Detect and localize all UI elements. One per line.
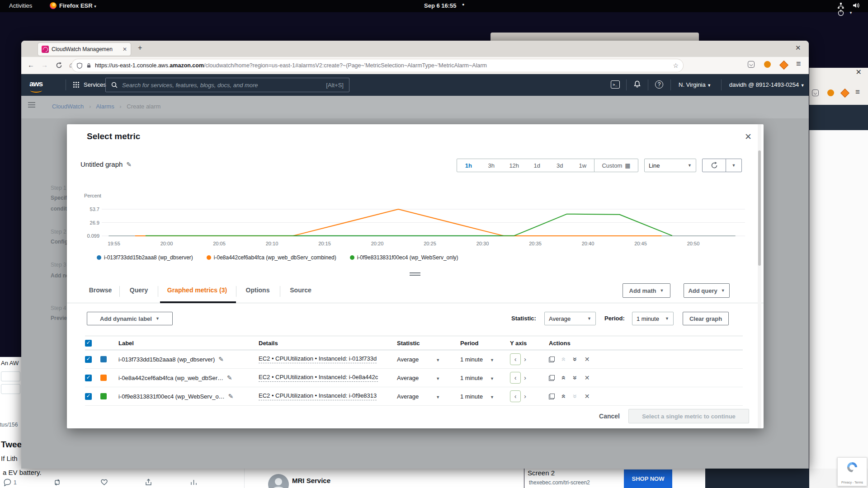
breadcrumb-alarms[interactable]: Alarms [96,103,114,110]
move-down-icon[interactable]: » [571,357,579,361]
metamask-icon[interactable] [840,89,849,98]
range-1w[interactable]: 1w [571,162,594,169]
period-select[interactable]: 1 minute▼ [632,312,674,325]
metamask-icon[interactable] [779,61,788,70]
reload-button[interactable] [56,62,62,69]
range-1h[interactable]: 1h [457,162,480,169]
duplicate-icon[interactable] [549,394,555,399]
clock[interactable]: Sep 6 16:55 [424,2,457,9]
edit-label-icon[interactable]: ✎ [218,356,224,363]
range-1d[interactable]: 1d [526,162,549,169]
edit-label-icon[interactable]: ✎ [227,374,232,381]
metric-details[interactable]: EC2 • CPUUtilization • InstanceId: i-0e8… [259,374,378,382]
chart-type-select[interactable]: Line▼ [644,159,696,172]
yaxis-left-button[interactable]: ‹ [510,372,521,384]
region-selector[interactable]: N. Virginia ▼ [679,81,711,88]
row-statistic-select[interactable]: Average▼ [397,393,460,400]
move-down-icon[interactable]: » [571,394,579,399]
app-menu[interactable]: Firefox ESR ▾ [50,2,96,9]
sidebar-toggle-icon[interactable] [28,102,35,103]
breadcrumb-cloudwatch[interactable]: CloudWatch [52,103,84,110]
save-page-icon[interactable] [748,61,755,68]
browser-tab[interactable]: CloudWatch Managemen ✕ [38,43,131,56]
clear-graph-button[interactable]: Clear graph [683,312,729,325]
remove-icon[interactable]: ✕ [585,356,590,363]
save-page-icon[interactable] [812,89,819,96]
range-3h[interactable]: 3h [480,162,503,169]
tab-query[interactable]: Query [130,286,148,294]
refresh-button[interactable] [703,159,726,172]
shield-icon[interactable] [76,62,83,69]
url-bar[interactable]: https://us-east-1.console.aws.amazon.com… [72,59,683,72]
add-math-button[interactable]: Add math▼ [623,283,670,298]
lock-icon[interactable] [86,62,92,69]
system-tray[interactable]: ▾ [831,2,868,16]
edit-label-icon[interactable]: ✎ [228,393,234,400]
legend-item[interactable]: i-013f733dd15b2aaa8 (wp_dbserver) [97,254,193,261]
yaxis-left-button[interactable]: ‹ [510,353,521,365]
legend-item[interactable]: i-0e8a442cef6ab4fca (wp_web_dbServ_combi… [207,254,336,261]
like-icon[interactable] [100,479,108,486]
yaxis-right-button[interactable]: › [524,374,526,381]
retweet-icon[interactable] [53,479,61,486]
services-grid-icon[interactable] [73,81,80,88]
modal-close-icon[interactable]: ✕ [745,131,752,142]
series-color-swatch[interactable] [100,375,107,381]
extension-icon[interactable] [764,61,771,68]
modal-scrollbar[interactable] [758,124,761,428]
add-query-button[interactable]: Add query▼ [684,283,730,298]
account-menu[interactable]: davidh @ 8912-1493-0254 ▼ [729,81,805,88]
recaptcha-badge[interactable]: Privacy - Terms [837,457,867,486]
move-up-icon[interactable]: « [560,394,568,399]
series-color-swatch[interactable] [100,393,107,399]
select-all-checkbox[interactable] [85,340,92,347]
tab-options[interactable]: Options [246,286,270,294]
services-menu[interactable]: Services [84,81,106,88]
forward-button[interactable]: → [41,61,48,69]
yaxis-right-button[interactable]: › [524,355,526,363]
yaxis-left-button[interactable]: ‹ [510,390,521,402]
back-button[interactable]: ← [28,61,34,69]
remove-icon[interactable]: ✕ [585,374,590,381]
remove-icon[interactable]: ✕ [585,393,590,400]
refresh-options-button[interactable]: ▼ [726,159,741,172]
tab-source[interactable]: Source [290,286,311,294]
duplicate-icon[interactable] [549,375,555,381]
cancel-button[interactable]: Cancel [599,413,620,420]
range-12h[interactable]: 12h [503,162,526,169]
legend-item[interactable]: i-0f9e8313831f00ec4 (wp_WebServ_only) [350,254,458,261]
activities-button[interactable]: Activities [9,2,32,9]
app-menu-icon[interactable]: ≡ [796,59,801,69]
menu-icon[interactable]: ≡ [855,88,860,97]
aws-search-bar[interactable]: Search for services, features, blogs, do… [105,78,349,92]
tab-close-icon[interactable]: ✕ [123,46,127,52]
help-icon[interactable]: ? [655,80,663,89]
move-up-icon[interactable]: « [560,376,568,380]
series-color-swatch[interactable] [100,356,107,362]
move-up-icon[interactable]: « [560,357,568,361]
close-icon[interactable]: ✕ [856,68,862,76]
resize-handle[interactable] [410,272,420,276]
new-tab-button[interactable]: + [138,44,142,52]
tab-graphed-metrics[interactable]: Graphed metrics (3) [167,286,227,294]
range-3d[interactable]: 3d [548,162,571,169]
shop-now-button[interactable]: SHOP NOW [624,469,672,488]
add-dynamic-label-button[interactable]: Add dynamic label▼ [87,312,173,325]
row-statistic-select[interactable]: Average▼ [397,356,460,363]
submit-button[interactable]: Select a single metric to continue [628,409,749,423]
extension-icon[interactable] [827,89,834,96]
row-checkbox[interactable] [85,356,92,363]
tab-browse[interactable]: Browse [89,286,112,294]
share-icon[interactable] [145,479,152,486]
url-text[interactable]: https://us-east-1.console.aws.amazon.com… [95,62,670,69]
reply-icon[interactable] [4,479,11,486]
row-period-select[interactable]: 1 minute▼ [460,393,510,400]
notifications-bell-icon[interactable] [633,80,641,88]
scrollbar-thumb[interactable] [758,150,761,266]
bookmark-star-icon[interactable]: ☆ [673,62,679,69]
metric-details[interactable]: EC2 • CPUUtilization • InstanceId: i-0f9… [259,392,377,400]
range-custom[interactable]: Custom▦ [594,159,638,172]
window-close-icon[interactable]: ✕ [795,44,801,52]
yaxis-right-button[interactable]: › [524,392,526,400]
row-period-select[interactable]: 1 minute▼ [460,375,510,381]
